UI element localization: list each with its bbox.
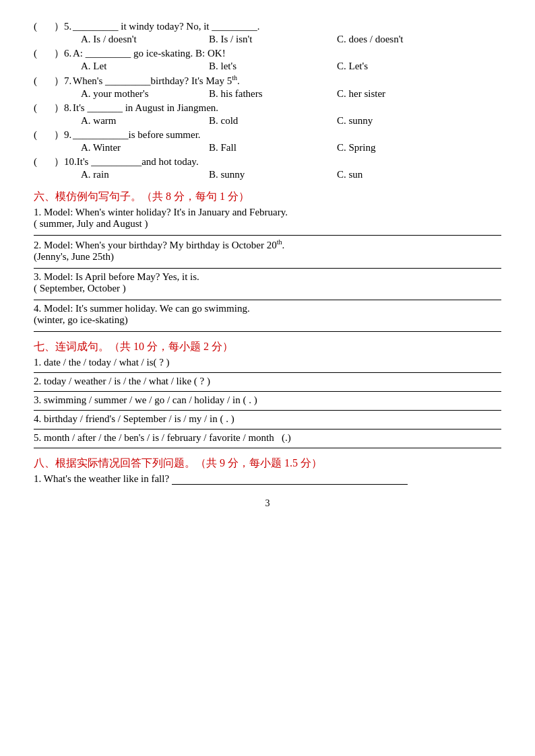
section-eight: 八、根据实际情况回答下列问题。（共 9 分，每小题 1.5 分） 1. What… <box>34 456 501 485</box>
q9-c: C. Spring <box>337 142 465 153</box>
mc-q7: ( ）7. When's _________birthday? It's May… <box>34 74 501 88</box>
model-2: 2. Model: When's your birthday? My birth… <box>34 238 501 269</box>
s7-q4: 4. birthday / friend's / September / is … <box>34 413 501 425</box>
num-5: ）5. <box>54 20 73 33</box>
q9-choices: A. Winter B. Fall C. Spring <box>34 142 501 153</box>
q5-choices: A. Is / doesn't B. Is / isn't C. does / … <box>34 34 501 45</box>
q10-b: B. sunny <box>209 169 337 180</box>
model-2-text: 2. Model: When's your birthday? My birth… <box>34 238 501 251</box>
s8-q1-line <box>172 484 408 485</box>
q6-text: A: _________ go ice-skating. B: OK! <box>73 48 501 59</box>
mc-q5: ( ）5. _________ it windy today? No, it _… <box>34 20 501 33</box>
blank-9 <box>42 129 54 141</box>
s7-q1: 1. date / the / today / what / is( ? ) <box>34 357 501 368</box>
section-seven: 七、连词成句。（共 10 分，每小题 2 分） 1. date / the / … <box>34 340 501 448</box>
paren-open-10: ( <box>34 156 42 168</box>
model-4: 4. Model: It's summer holiday. We can go… <box>34 303 501 332</box>
page-number: 3 <box>34 498 501 509</box>
q5-text: _________ it windy today? No, it _______… <box>73 21 501 32</box>
q7-text: When's _________birthday? It's May 5th. <box>73 74 501 87</box>
q5-c: C. does / doesn't <box>337 34 465 45</box>
q5-a: A. Is / doesn't <box>81 34 209 45</box>
q10-a: A. rain <box>81 169 209 180</box>
model-1-text: 1. Model: When's winter holiday? It's in… <box>34 207 501 218</box>
s7-q2: 2. today / weather / is / the / what / l… <box>34 376 501 387</box>
q10-c: C. sun <box>337 169 465 180</box>
q5-b: B. Is / isn't <box>209 34 337 45</box>
q8-a: A. warm <box>81 115 209 127</box>
q9-a: A. Winter <box>81 142 209 153</box>
blank-8 <box>42 102 54 114</box>
model-2-hint: (Jenny's, June 25th) <box>34 251 501 263</box>
model-2-line <box>34 268 501 269</box>
model-1: 1. Model: When's winter holiday? It's in… <box>34 207 501 236</box>
q10-choices: A. rain B. sunny C. sun <box>34 169 501 180</box>
s7-q3: 3. swimming / summer / we / go / can / h… <box>34 394 501 406</box>
q8-b: B. cold <box>209 115 337 127</box>
blank-6 <box>42 48 54 59</box>
model-4-text: 4. Model: It's summer holiday. We can go… <box>34 303 501 314</box>
s8-q1: 1. What's the weather like in fall? <box>34 473 501 485</box>
blank-10 <box>42 156 54 168</box>
section-seven-header: 七、连词成句。（共 10 分，每小题 2 分） <box>34 340 501 354</box>
q10-text: It's __________and hot today. <box>77 156 501 168</box>
model-4-line <box>34 331 501 332</box>
num-6: ）6. <box>54 47 73 60</box>
model-3-line <box>34 300 501 300</box>
q7-choices: A. your mother's B. his fathers C. her s… <box>34 88 501 100</box>
q7-b: B. his fathers <box>209 88 337 100</box>
q7-a: A. your mother's <box>81 88 209 100</box>
q6-c: C. Let's <box>337 61 465 72</box>
q8-c: C. sunny <box>337 115 465 127</box>
paren-open-9: ( <box>34 129 42 141</box>
q8-text: It's _______ in August in Jiangmen. <box>73 102 501 114</box>
paren-open-5: ( <box>34 21 42 32</box>
q6-choices: A. Let B. let's C. Let's <box>34 61 501 72</box>
section-eight-header: 八、根据实际情况回答下列问题。（共 9 分，每小题 1.5 分） <box>34 456 501 471</box>
blank-5 <box>42 21 54 32</box>
num-7: ）7. <box>54 75 73 88</box>
q9-b: B. Fall <box>209 142 337 153</box>
q6-a: A. Let <box>81 61 209 72</box>
paren-open-8: ( <box>34 102 42 114</box>
mc-q9: ( ）9. ___________is before summer. <box>34 129 501 141</box>
section-six: 六、模仿例句写句子。（共 8 分，每句 1 分） 1. Model: When'… <box>34 190 501 332</box>
s7-q2-line <box>34 391 501 392</box>
paren-open-7: ( <box>34 75 42 87</box>
s7-q5-line <box>34 448 501 448</box>
mc-section: ( ）5. _________ it windy today? No, it _… <box>34 20 501 180</box>
section-six-header: 六、模仿例句写句子。（共 8 分，每句 1 分） <box>34 190 501 204</box>
mc-q6: ( ）6. A: _________ go ice-skating. B: OK… <box>34 47 501 60</box>
num-8: ）8. <box>54 102 73 114</box>
s7-q5: 5. month / after / the / ben's / is / fe… <box>34 432 501 444</box>
model-4-hint: (winter, go ice-skating) <box>34 314 501 326</box>
q6-b: B. let's <box>209 61 337 72</box>
model-3-hint: ( September, October ) <box>34 283 501 294</box>
q8-choices: A. warm B. cold C. sunny <box>34 115 501 127</box>
num-9: ）9. <box>54 129 73 141</box>
blank-7 <box>42 75 54 87</box>
model-3: 3. Model: Is April before May? Yes, it i… <box>34 271 501 300</box>
mc-q10: ( ）10. It's __________and hot today. <box>34 156 501 168</box>
model-3-text: 3. Model: Is April before May? Yes, it i… <box>34 271 501 283</box>
paren-open-6: ( <box>34 48 42 59</box>
model-1-line <box>34 235 501 236</box>
s7-q1-line <box>34 372 501 373</box>
q9-text: ___________is before summer. <box>73 129 501 141</box>
s7-q3-line <box>34 410 501 411</box>
model-1-hint: ( summer, July and August ) <box>34 218 501 230</box>
num-10: ）10. <box>54 156 77 168</box>
q7-c: C. her sister <box>337 88 465 100</box>
s7-q4-line <box>34 429 501 429</box>
mc-q8: ( ）8. It's _______ in August in Jiangmen… <box>34 102 501 114</box>
